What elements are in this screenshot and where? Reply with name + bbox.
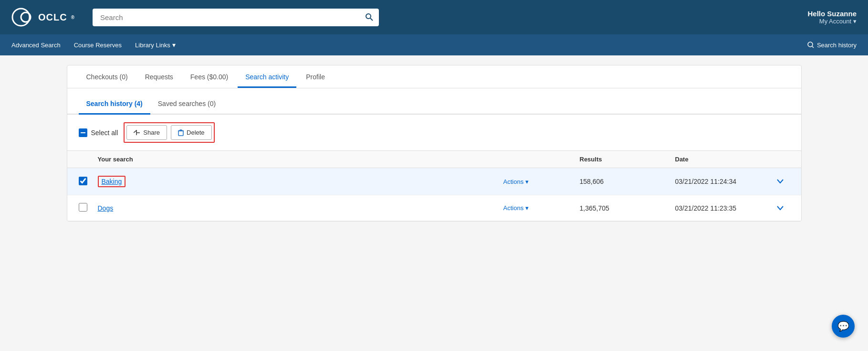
search-history-icon (807, 42, 814, 48)
tab-checkouts[interactable]: Checkouts (0) (79, 65, 136, 88)
row1-chevron-down-icon (777, 179, 784, 184)
my-account-chevron-icon (853, 18, 857, 25)
row1-date: 03/21/2022 11:24:34 (675, 178, 771, 185)
sub-tab-saved-searches[interactable]: Saved searches (0) (150, 96, 223, 115)
select-all-label: Select all (91, 129, 118, 137)
tab-fees[interactable]: Fees ($0.00) (183, 65, 236, 88)
select-all-checkbox[interactable] (79, 128, 87, 137)
action-buttons-group: Share Delete (124, 122, 214, 143)
row1-checkbox-cell (79, 177, 98, 187)
header-date: Date (675, 156, 771, 163)
secondary-navigation: Advanced Search Course Reserves Library … (0, 34, 868, 55)
row1-checkbox[interactable] (79, 177, 87, 185)
svg-point-4 (808, 42, 813, 47)
header-results: Results (580, 156, 675, 163)
main-search-wrapper (93, 9, 379, 26)
advanced-search-link[interactable]: Advanced Search (11, 42, 61, 49)
row2-results: 1,365,705 (580, 204, 675, 212)
svg-point-2 (366, 14, 371, 19)
my-account-link[interactable]: My Account (807, 18, 857, 25)
row1-actions-button[interactable]: Actions (503, 178, 529, 185)
search-history-nav-link[interactable]: Search history (807, 42, 857, 49)
row2-actions-chevron-icon (525, 204, 529, 212)
main-content: Checkouts (0) Requests Fees ($0.00) Sear… (67, 65, 802, 222)
row2-actions-button[interactable]: Actions (503, 204, 529, 212)
tab-profile[interactable]: Profile (298, 65, 333, 88)
sub-tabs: Search history (4) Saved searches (0) (67, 88, 801, 115)
main-tabs: Checkouts (0) Requests Fees ($0.00) Sear… (67, 65, 801, 88)
row1-results: 158,606 (580, 178, 675, 185)
share-button[interactable]: Share (126, 125, 167, 140)
header-actions-col (503, 156, 580, 163)
library-links-chevron-icon (172, 41, 176, 49)
header-checkbox-col (79, 156, 98, 163)
svg-line-5 (812, 46, 814, 48)
logo: OCLC ® (11, 7, 83, 28)
row2-search-link[interactable]: Dogs (98, 204, 114, 212)
hello-greeting: Hello Suzanne (807, 10, 857, 18)
header-expand-col (771, 156, 790, 163)
logo-text: OCLC (38, 12, 67, 23)
table-row: Baking Actions 158,606 03/21/2022 11:24:… (67, 168, 801, 195)
row2-date: 03/21/2022 11:23:35 (675, 204, 771, 212)
tab-requests[interactable]: Requests (137, 65, 181, 88)
row2-checkbox[interactable] (79, 203, 87, 212)
row1-search-name-cell: Baking (98, 176, 503, 187)
row1-actions-chevron-icon (525, 178, 529, 185)
oclc-logo-icon (11, 7, 34, 28)
table-header: Your search Results Date (67, 151, 801, 168)
row2-checkbox-cell (79, 203, 98, 213)
search-table: Your search Results Date Baking Actions … (67, 151, 801, 221)
library-links-link[interactable]: Library Links (135, 42, 170, 49)
row1-search-link[interactable]: Baking (98, 176, 126, 187)
row2-search-name-cell: Dogs (98, 204, 503, 212)
table-row: Dogs Actions 1,365,705 03/21/2022 11:23:… (67, 195, 801, 221)
select-all-wrapper: Select all (79, 128, 118, 137)
delete-button[interactable]: Delete (171, 125, 212, 140)
row2-chevron-down-icon (777, 206, 784, 211)
row1-actions-cell: Actions (503, 178, 580, 185)
tab-search-activity[interactable]: Search activity (238, 65, 296, 88)
header-your-search: Your search (98, 156, 503, 163)
svg-rect-6 (178, 131, 183, 136)
sub-tab-search-history[interactable]: Search history (4) (79, 96, 150, 115)
search-button[interactable] (360, 9, 379, 26)
row1-expand-button[interactable] (771, 177, 790, 186)
svg-line-3 (370, 18, 373, 21)
row2-actions-cell: Actions (503, 204, 580, 212)
toolbar: Select all Share Delete (67, 115, 801, 151)
library-links-wrapper: Library Links (135, 41, 176, 49)
top-navigation: OCLC ® Hello Suzanne My Account (0, 0, 868, 34)
share-icon (134, 130, 140, 136)
logo-registered: ® (71, 15, 74, 20)
course-reserves-link[interactable]: Course Reserves (74, 42, 122, 49)
search-icon (366, 13, 373, 21)
user-area: Hello Suzanne My Account (807, 10, 857, 25)
search-input[interactable] (93, 9, 379, 26)
row2-expand-button[interactable] (771, 204, 790, 213)
delete-trash-icon (178, 129, 184, 136)
